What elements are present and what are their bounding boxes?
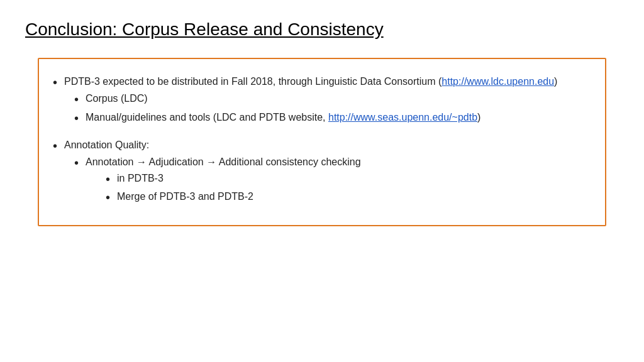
pdtb3-text-suffix: ) — [554, 76, 557, 87]
content-box: • PDTB-3 expected to be distributed in F… — [38, 58, 606, 227]
arrow-icon-2: → — [206, 156, 216, 167]
list-item: • Corpus (LDC) — [64, 91, 587, 107]
bullet-dot: • — [74, 110, 80, 126]
merge-text: Merge of PDTB-3 and PDTB-2 — [117, 189, 253, 204]
manual-text: Manual/guidelines and tools (LDC and PDT… — [86, 110, 480, 124]
slide-title: Conclusion: Corpus Release and Consisten… — [25, 19, 619, 40]
bullet-dot: • — [74, 91, 80, 107]
slide: Conclusion: Corpus Release and Consisten… — [0, 0, 644, 362]
list-item: • Annotation Quality: • Annotation → Adj… — [53, 138, 587, 210]
sub-sub-list: • in PDTB-3 • Merge of PDTB-3 and PDTB-2 — [86, 171, 361, 206]
sub-list-2: • Annotation → Adjudication → Additional… — [64, 155, 587, 207]
list-item: • Manual/guidelines and tools (LDC and P… — [64, 110, 587, 126]
corpus-ldc-text: Corpus (LDC) — [86, 91, 148, 106]
pdtb3-text-prefix: PDTB-3 expected to be distributed in Fal… — [64, 76, 441, 87]
pdtb-website-link[interactable]: http://www.seas.upenn.edu/~pdtb — [328, 112, 477, 123]
bullet-content: PDTB-3 expected to be distributed in Fal… — [64, 74, 587, 129]
main-bullet-list: • PDTB-3 expected to be distributed in F… — [53, 74, 587, 211]
annotation-flow-content: Annotation → Adjudication → Additional c… — [86, 155, 361, 207]
in-pdtb3-text: in PDTB-3 — [117, 171, 164, 185]
list-item: • Merge of PDTB-3 and PDTB-2 — [86, 189, 361, 206]
annotation-quality-label: Annotation Quality: — [64, 140, 149, 150]
bullet-dot: • — [106, 189, 112, 206]
list-item: • in PDTB-3 — [86, 171, 361, 187]
bullet-dot: • — [74, 155, 80, 171]
bullet-content: Annotation Quality: • Annotation → Adjud… — [64, 138, 587, 210]
list-item: • Annotation → Adjudication → Additional… — [64, 155, 587, 207]
arrow-icon-1: → — [136, 156, 147, 167]
bullet-dot: • — [106, 171, 112, 187]
bullet-dot: • — [53, 138, 59, 154]
sub-list-1: • Corpus (LDC) • Manual/guidelines and t… — [64, 91, 587, 126]
ldc-link[interactable]: http://www.ldc.upenn.edu — [441, 76, 554, 87]
annotation-flow-text: Annotation → Adjudication → Additional c… — [86, 156, 361, 167]
list-item: • PDTB-3 expected to be distributed in F… — [53, 74, 587, 129]
bullet-dot: • — [53, 74, 59, 90]
